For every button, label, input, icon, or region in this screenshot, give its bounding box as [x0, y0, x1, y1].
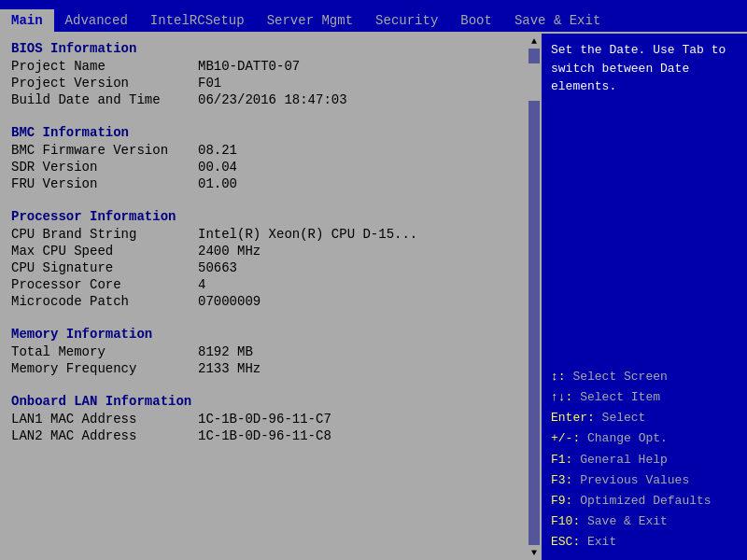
key-help: ↕: Select Screen↑↓: Select ItemEnter: Se… — [551, 367, 738, 553]
scrollbar-track — [529, 49, 540, 545]
info-row: Microcode Patch07000009 — [11, 293, 515, 310]
info-value: 1C-1B-0D-96-11-C8 — [198, 428, 331, 443]
info-value: 4 — [198, 277, 205, 292]
key-label: ESC: — [551, 535, 580, 549]
info-label: Project Name — [11, 59, 198, 74]
info-label: Project Version — [11, 76, 198, 91]
nav-bar: MainAdvancedIntelRCSetupServer MgmtSecur… — [0, 7, 747, 34]
info-row: FRU Version01.00 — [11, 175, 515, 192]
title-bar — [0, 0, 747, 7]
key-label: F3: — [551, 473, 572, 487]
left-panel: BIOS InformationProject NameMB10-DATT0-0… — [0, 34, 527, 560]
key-help-item: ESC: Exit — [551, 532, 738, 553]
info-label: Memory Frequency — [11, 361, 198, 376]
info-value: 00.04 — [198, 160, 237, 175]
key-help-item: Enter: Select — [551, 408, 738, 428]
info-value: F01 — [198, 76, 221, 91]
section-header-3: Processor Information — [11, 209, 515, 224]
section-divider — [11, 310, 515, 317]
info-label: LAN2 MAC Address — [11, 428, 198, 443]
info-label: SDR Version — [11, 160, 198, 175]
info-label: CPU Brand String — [11, 227, 198, 242]
key-help-item: ↕: Select Screen — [551, 367, 738, 387]
info-value: 2133 MHz — [198, 361, 261, 376]
info-value: 08.21 — [198, 143, 237, 158]
info-value: 1C-1B-0D-96-11-C7 — [198, 412, 331, 427]
key-help-item: +/-: Change Opt. — [551, 428, 738, 449]
info-value: 06/23/2016 18:47:03 — [198, 92, 347, 107]
key-label: F9: — [551, 494, 572, 508]
key-label: F1: — [551, 453, 572, 467]
key-label: ↑↓: — [551, 390, 572, 404]
key-help-item: F1: General Help — [551, 450, 738, 470]
nav-item-save-and-exit[interactable]: Save & Exit — [503, 9, 612, 32]
nav-item-server-mgmt[interactable]: Server Mgmt — [256, 9, 364, 32]
info-label: Build Date and Time — [11, 92, 198, 107]
key-desc: Select Screen — [566, 370, 668, 384]
key-desc: Optimized Defaults — [572, 494, 711, 508]
right-panel: Set the Date. Use Tab to switch between … — [542, 34, 747, 560]
info-label: Processor Core — [11, 277, 198, 292]
info-row: SDR Version00.04 — [11, 159, 515, 175]
info-value: 01.00 — [198, 176, 237, 191]
key-help-item: F9: Optimized Defaults — [551, 491, 738, 511]
help-text: Set the Date. Use Tab to switch between … — [551, 41, 738, 96]
key-help-item: F3: Previous Values — [551, 470, 738, 491]
nav-item-security[interactable]: Security — [364, 9, 449, 32]
info-row: Max CPU Speed2400 MHz — [11, 243, 515, 259]
key-desc: Change Opt. — [580, 431, 668, 445]
info-row: CPU Signature50663 — [11, 259, 515, 276]
section-header-2: BMC Information — [11, 125, 515, 140]
key-help-item: F10: Save & Exit — [551, 511, 738, 532]
nav-item-main[interactable]: Main — [0, 9, 54, 32]
info-label: CPU Signature — [11, 260, 198, 275]
section-divider — [11, 192, 515, 200]
key-label: F10: — [551, 514, 580, 528]
section-header-5: Onboard LAN Information — [11, 394, 515, 409]
info-value: 07000009 — [198, 294, 261, 309]
info-row: CPU Brand StringIntel(R) Xeon(R) CPU D-1… — [11, 226, 515, 243]
key-label: ↕: — [551, 370, 566, 384]
info-value: 8192 MB — [198, 344, 253, 359]
section-header-0: BIOS Information — [11, 41, 515, 56]
nav-item-boot[interactable]: Boot — [449, 9, 503, 32]
key-desc: Select — [595, 411, 646, 425]
info-value: 2400 MHz — [198, 244, 261, 259]
key-desc: Select Item — [572, 390, 660, 404]
section-divider — [11, 108, 515, 116]
key-label: +/-: — [551, 431, 580, 445]
info-value: MB10-DATT0-07 — [198, 59, 300, 74]
info-row: Build Date and Time06/23/2016 18:47:03 — [11, 91, 515, 108]
scrollbar: ▲ ▼ — [527, 34, 542, 560]
scrollbar-thumb[interactable] — [529, 63, 540, 101]
nav-item-intelrcsetup[interactable]: IntelRCSetup — [139, 9, 256, 32]
info-row: LAN2 MAC Address1C-1B-0D-96-11-C8 — [11, 427, 515, 444]
nav-item-advanced[interactable]: Advanced — [54, 9, 139, 32]
info-row: Project NameMB10-DATT0-07 — [11, 58, 515, 75]
info-row: LAN1 MAC Address1C-1B-0D-96-11-C7 — [11, 411, 515, 427]
info-label: LAN1 MAC Address — [11, 412, 198, 427]
info-row: Memory Frequency2133 MHz — [11, 360, 515, 377]
key-label: Enter: — [551, 411, 595, 425]
scrollbar-up-button[interactable]: ▲ — [527, 34, 542, 49]
info-row: BMC Firmware Version08.21 — [11, 142, 515, 159]
key-desc: Exit — [580, 535, 616, 549]
section-divider — [11, 377, 515, 385]
info-row: Total Memory8192 MB — [11, 343, 515, 360]
info-row: Processor Core4 — [11, 276, 515, 293]
info-label: Microcode Patch — [11, 294, 198, 309]
info-label: FRU Version — [11, 176, 198, 191]
key-desc: General Help — [572, 453, 667, 467]
bios-setup-utility: MainAdvancedIntelRCSetupServer MgmtSecur… — [0, 0, 747, 560]
key-desc: Previous Values — [572, 473, 689, 487]
info-label: Max CPU Speed — [11, 244, 198, 259]
key-help-item: ↑↓: Select Item — [551, 387, 738, 408]
main-content: BIOS InformationProject NameMB10-DATT0-0… — [0, 34, 747, 560]
info-value: Intel(R) Xeon(R) CPU D-15... — [198, 227, 417, 242]
info-row: Project VersionF01 — [11, 75, 515, 91]
info-label: BMC Firmware Version — [11, 143, 198, 158]
key-desc: Save & Exit — [580, 514, 668, 528]
info-value: 50663 — [198, 260, 237, 275]
scrollbar-down-button[interactable]: ▼ — [527, 545, 542, 560]
info-label: Total Memory — [11, 344, 198, 359]
